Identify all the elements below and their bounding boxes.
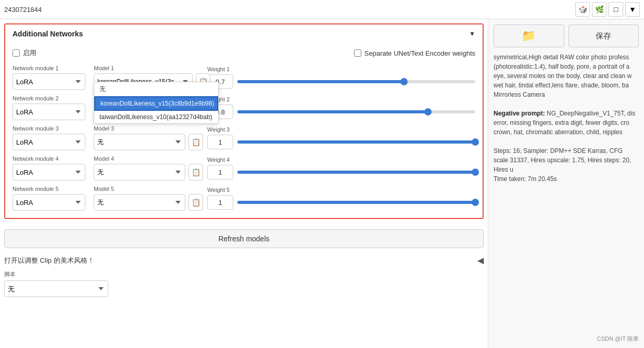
- weight-col-1: Weight 1: [207, 66, 475, 89]
- enable-label: 启用: [23, 48, 36, 58]
- dropdown-item-taiwan-1[interactable]: taiwanDollLikeness_v10(aa12327d4bab): [94, 111, 218, 123]
- top-bar: 2430721844 🎲 🌿 □ ▼: [0, 0, 644, 19]
- model-col-1: Model 1 koreanDollLikeness_v15(3c... 📋 无: [94, 65, 203, 90]
- weight-label-4: Weight 4: [207, 157, 475, 163]
- file-icon-btn-3[interactable]: 📋: [188, 134, 203, 150]
- clip-label: 打开以调整 Clip 的美术风格！: [4, 256, 94, 265]
- refresh-models-button[interactable]: Refresh models: [4, 229, 484, 248]
- model-row-5: 无 📋: [94, 194, 203, 211]
- module-select-2[interactable]: LoRA: [12, 104, 85, 120]
- separate-weights-label: Separate UNet/Text Encoder weights: [364, 49, 475, 57]
- an-content: 启用 Separate UNet/Text Encoder weights Ne…: [5, 43, 483, 218]
- clip-arrow-icon[interactable]: ◀: [477, 255, 484, 265]
- model-select-3[interactable]: 无: [94, 134, 185, 150]
- weight-input-5[interactable]: [207, 195, 233, 210]
- left-panel: Additional Networks ▼ 启用 Separate UNet/T…: [0, 19, 488, 348]
- model-col-4: Model 4 无 📋: [94, 156, 203, 181]
- model-label-1: Model 1: [94, 65, 203, 71]
- module-select-3[interactable]: LoRA: [12, 134, 85, 150]
- file-icon-btn-4[interactable]: 📋: [188, 164, 203, 181]
- right-sidebar: 📁 保存 symmetrical,High detail RAW color p…: [488, 19, 644, 348]
- weight-row-4: [207, 165, 475, 179]
- module-label-5: Network module 5: [12, 186, 85, 192]
- file-icon-btn-5[interactable]: 📋: [188, 194, 203, 211]
- weight-input-4[interactable]: [207, 165, 233, 179]
- weight-input-3[interactable]: [207, 135, 233, 149]
- weight-label-3: Weight 3: [207, 126, 475, 133]
- top-bar-icons: 🎲 🌿 □ ▼: [575, 2, 640, 17]
- module-select-5[interactable]: LoRA: [12, 194, 85, 211]
- network-rows: Network module 1 LoRA Model 1 koreanDoll…: [12, 65, 475, 211]
- clip-select[interactable]: 无: [4, 280, 108, 297]
- model-select-4[interactable]: 无: [94, 164, 185, 181]
- save-button[interactable]: 保存: [569, 24, 639, 47]
- enable-left: 启用: [12, 48, 36, 58]
- prompt-text: symmetrical,High detail RAW color photo …: [494, 54, 632, 98]
- enable-row: 启用 Separate UNet/Text Encoder weights: [12, 48, 475, 58]
- csdn-credit: CSDN @IT·陈寒: [494, 335, 639, 343]
- model-select-5[interactable]: 无: [94, 194, 185, 211]
- model-col-5: Model 5 无 📋: [94, 186, 203, 211]
- module-col-3: Network module 3 LoRA: [12, 125, 85, 150]
- weight-label-1: Weight 1: [207, 66, 475, 72]
- module-col-1: Network module 1 LoRA: [12, 65, 85, 90]
- enable-checkbox[interactable]: [12, 49, 20, 57]
- weight-row-5: [207, 195, 475, 210]
- module-col-4: Network module 4 LoRA: [12, 156, 85, 181]
- module-select-1[interactable]: LoRA: [12, 73, 85, 90]
- folder-button[interactable]: 📁: [494, 24, 564, 47]
- module-label-2: Network module 2: [12, 95, 85, 101]
- chevron-down-button[interactable]: ▼: [625, 2, 640, 17]
- cube-button[interactable]: 🎲: [575, 2, 590, 17]
- clip-sublabel: 脚本: [4, 270, 484, 278]
- dropdown-item-korean-1[interactable]: koreanDollLikeness_v15(3c8b9d1e9b98): [94, 96, 218, 111]
- weight-label-5: Weight 5: [207, 187, 475, 193]
- steps-text: Steps: 16, Sampler: DPM++ SDE Karras, CF…: [494, 147, 631, 173]
- module-col-5: Network module 5 LoRA: [12, 186, 85, 211]
- chevron-down-icon: ▼: [469, 30, 475, 37]
- time-taken: Time taken: 7m 20.45s: [494, 175, 557, 183]
- negative-prompt-label: Negative prompt:: [494, 110, 545, 117]
- sidebar-btns: 📁 保存: [494, 24, 639, 47]
- weight-row-2: [207, 105, 475, 119]
- main-layout: Additional Networks ▼ 启用 Separate UNet/T…: [0, 19, 644, 348]
- module-label-1: Network module 1: [12, 65, 85, 71]
- leaf-button[interactable]: 🌿: [592, 2, 607, 17]
- weight-col-4: Weight 4: [207, 157, 475, 179]
- model-row-3: 无 📋: [94, 134, 203, 150]
- weight-col-2: Weight 2: [207, 96, 475, 119]
- network-row-2: Network module 2 LoRA Model 2 无: [12, 95, 475, 120]
- section-title: Additional Networks: [12, 30, 83, 38]
- module-col-2: Network module 2 LoRA: [12, 95, 85, 120]
- module-select-4[interactable]: LoRA: [12, 164, 85, 181]
- weight-row-3: [207, 135, 475, 149]
- weight-row-1: [207, 74, 475, 89]
- weight-col-5: Weight 5: [207, 187, 475, 210]
- sidebar-text: symmetrical,High detail RAW color photo …: [494, 53, 639, 184]
- network-row-3: Network module 3 LoRA Model 3 无: [12, 125, 475, 150]
- additional-networks-section: Additional Networks ▼ 启用 Separate UNet/T…: [4, 23, 484, 219]
- session-id: 2430721844: [4, 6, 42, 14]
- separate-weights-checkbox[interactable]: [354, 49, 361, 57]
- module-label-3: Network module 3: [12, 125, 85, 132]
- square-button[interactable]: □: [609, 2, 623, 17]
- clip-select-row: 无: [4, 280, 484, 297]
- module-label-4: Network module 4: [12, 156, 85, 162]
- section-header[interactable]: Additional Networks ▼: [5, 24, 483, 43]
- refresh-btn-row: Refresh models: [4, 229, 484, 248]
- separate-weights: Separate UNet/Text Encoder weights: [354, 49, 475, 57]
- network-row-5: Network module 5 LoRA Model 5 无: [12, 186, 475, 211]
- model-dropdown-1: 无 koreanDollLikeness_v15(3c8b9d1e9b98) t…: [94, 82, 219, 124]
- network-row-1: Network module 1 LoRA Model 1 koreanDoll…: [12, 65, 475, 90]
- model-label-3: Model 3: [94, 125, 203, 132]
- network-row-4: Network module 4 LoRA Model 4 无: [12, 156, 475, 181]
- weight-col-3: Weight 3: [207, 126, 475, 149]
- dropdown-item-none-1[interactable]: 无: [94, 82, 218, 96]
- model-col-3: Model 3 无 📋: [94, 125, 203, 150]
- model-label-5: Model 5: [94, 186, 203, 192]
- weight-label-2: Weight 2: [207, 96, 475, 102]
- model-label-4: Model 4: [94, 156, 203, 162]
- model-row-4: 无 📋: [94, 164, 203, 181]
- clip-section: 打开以调整 Clip 的美术风格！ ◀: [4, 252, 484, 268]
